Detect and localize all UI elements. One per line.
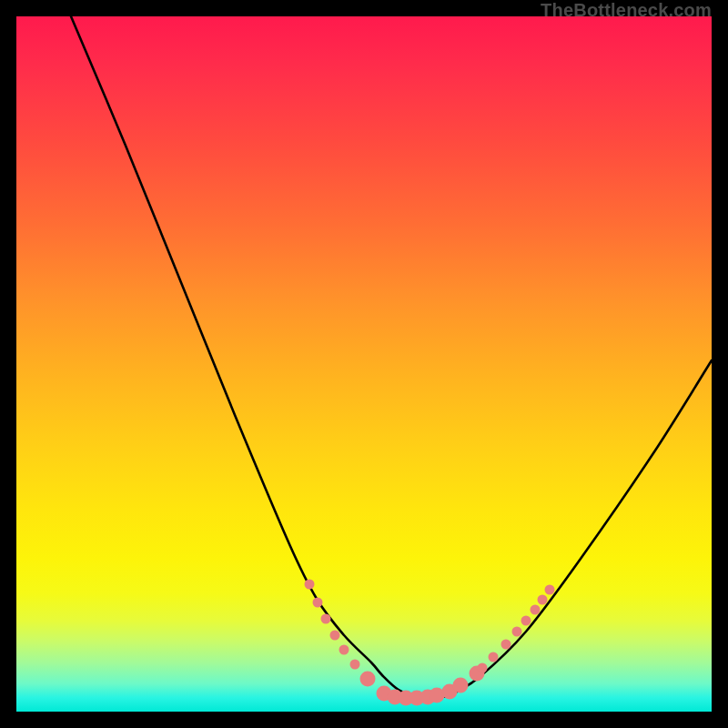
datapoint <box>305 580 315 590</box>
datapoint <box>512 627 522 637</box>
datapoint <box>531 605 541 615</box>
datapoint <box>501 640 511 650</box>
datapoint <box>339 645 349 655</box>
bottleneck-curve <box>71 16 712 698</box>
datapoint <box>538 595 548 605</box>
chart-stage: TheBottleneck.com <box>0 0 728 728</box>
datapoint <box>313 598 323 608</box>
datapoint <box>545 585 555 595</box>
datapoint <box>321 614 331 624</box>
datapoint <box>478 663 488 673</box>
plot-area <box>16 16 712 712</box>
datapoint <box>350 660 360 670</box>
datapoint <box>360 672 376 687</box>
datapoint <box>521 616 531 626</box>
curve-svg <box>16 16 712 712</box>
datapoint <box>453 678 469 693</box>
datapoint <box>330 631 340 641</box>
datapoint <box>489 652 499 662</box>
